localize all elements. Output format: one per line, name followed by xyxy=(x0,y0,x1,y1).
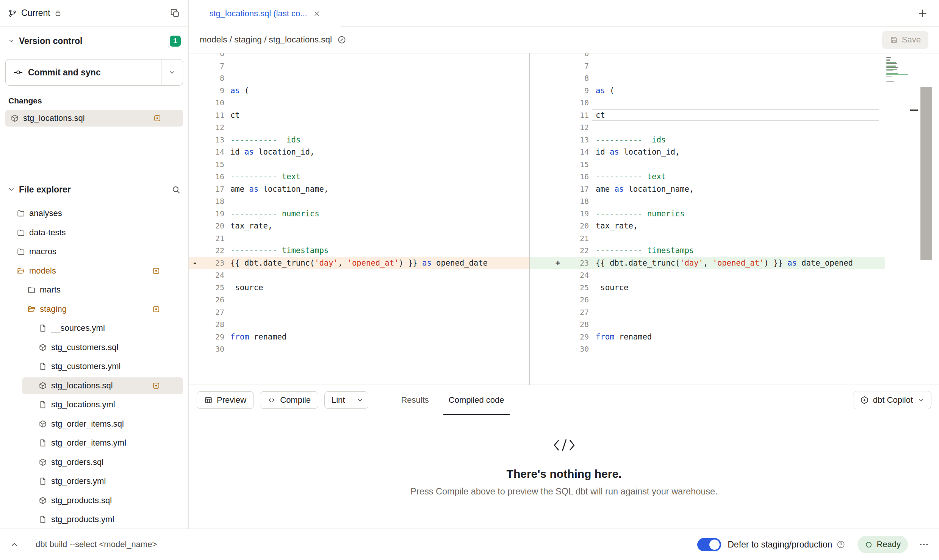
code-line[interactable]: 19---------- numerics xyxy=(530,208,885,220)
code-line[interactable]: 29from renamed xyxy=(189,331,529,343)
code-line[interactable]: 10 xyxy=(189,97,529,109)
branch-selector[interactable]: Current xyxy=(0,0,188,27)
breadcrumb[interactable]: models / staging / stg_locations.sql xyxy=(200,35,332,45)
code-line[interactable]: 25 source xyxy=(530,282,885,294)
lint-button[interactable]: Lint xyxy=(325,392,352,408)
more-options-button[interactable] xyxy=(919,539,929,550)
code-line[interactable]: 16---------- text xyxy=(189,171,529,183)
file-tree-item[interactable]: stg_order_items.yml xyxy=(0,433,188,453)
code-line[interactable]: 13---------- ids xyxy=(189,134,529,146)
code-line[interactable]: 11ct xyxy=(189,109,529,122)
chevron-down-icon[interactable] xyxy=(8,37,15,45)
code-line[interactable]: 7 xyxy=(530,60,885,72)
code-line[interactable]: 12 xyxy=(530,121,885,134)
code-line[interactable]: 17ame as location_name, xyxy=(530,183,885,196)
commit-options-button[interactable] xyxy=(161,59,183,85)
file-tree-item[interactable]: stg_customers.sql xyxy=(0,338,188,357)
code-line[interactable]: 14id as location_id, xyxy=(530,146,885,158)
code-line[interactable]: 19---------- numerics xyxy=(189,208,529,220)
commit-main[interactable]: Commit and sync xyxy=(6,59,161,85)
new-tab-button[interactable] xyxy=(918,8,928,18)
file-tree-item[interactable]: stg_products.yml xyxy=(0,510,188,529)
changed-file-item[interactable]: stg_locations.sql xyxy=(5,110,183,127)
file-explorer-header[interactable]: File explorer xyxy=(0,177,188,202)
file-tree-item[interactable]: analyses xyxy=(0,204,188,223)
code-line[interactable]: 18 xyxy=(530,195,885,208)
code-line[interactable]: 8 xyxy=(189,72,529,84)
file-tree-item[interactable]: models xyxy=(0,261,188,281)
diff-pane-modified[interactable]: 6789as (1011ct1213---------- ids14id as … xyxy=(530,53,885,385)
code-line[interactable]: 10 xyxy=(530,97,885,109)
lint-options-button[interactable] xyxy=(352,392,368,408)
code-line[interactable]: 18 xyxy=(189,195,529,208)
compile-button[interactable]: Compile xyxy=(260,391,318,409)
file-tree-item[interactable]: marts xyxy=(0,280,188,300)
file-tree-item[interactable]: macros xyxy=(0,242,188,261)
file-tree-item[interactable]: stg_orders.sql xyxy=(0,453,188,472)
code-line[interactable]: 29from renamed xyxy=(530,331,885,343)
defer-toggle[interactable] xyxy=(697,538,721,551)
diff-pane-original[interactable]: 6789as (1011ct1213---------- ids14id as … xyxy=(189,53,529,385)
save-button[interactable]: Save xyxy=(882,31,928,49)
code-line[interactable]: 7 xyxy=(189,60,529,72)
code-line[interactable]: 17ame as location_name, xyxy=(189,183,529,196)
chevron-down-icon[interactable] xyxy=(8,186,15,193)
code-line[interactable]: 21 xyxy=(189,232,529,245)
file-tree-item[interactable]: stg_orders.yml xyxy=(0,472,188,491)
code-line[interactable]: 28 xyxy=(189,318,529,331)
code-line[interactable]: 8 xyxy=(530,72,885,84)
code-line[interactable]: 11ct xyxy=(530,109,885,122)
code-line[interactable]: 27 xyxy=(189,306,529,319)
editor-tab[interactable]: stg_locations.sql (last co... xyxy=(189,0,341,27)
code-line[interactable]: 20tax_rate, xyxy=(530,220,885,232)
file-tree-item[interactable]: stg_order_items.sql xyxy=(0,415,188,434)
code-line[interactable]: 24 xyxy=(189,269,529,282)
code-line[interactable]: 6 xyxy=(189,53,529,60)
code-line[interactable]: 24 xyxy=(530,269,885,282)
copy-icon[interactable] xyxy=(170,8,180,18)
version-control-header[interactable]: Version control 1 xyxy=(0,30,188,52)
code-line[interactable]: 14id as location_id, xyxy=(189,146,529,158)
code-line[interactable]: 28 xyxy=(530,318,885,331)
status-badge[interactable]: Ready xyxy=(858,536,908,553)
code-line[interactable]: 26 xyxy=(189,294,529,306)
code-line[interactable]: 6 xyxy=(530,53,885,60)
code-line[interactable]: 15 xyxy=(530,158,885,171)
code-line[interactable]: 12 xyxy=(189,121,529,134)
file-tree-item[interactable]: stg_products.sql xyxy=(0,491,188,510)
command-input[interactable]: dbt build --select <model_name> xyxy=(36,540,157,549)
tab-results[interactable]: Results xyxy=(391,385,438,415)
code-line[interactable]: 9as ( xyxy=(530,84,885,97)
code-line[interactable]: +23{{ dbt.date_trunc('day', 'opened_at')… xyxy=(530,257,885,269)
code-line[interactable]: 22---------- timestamps xyxy=(530,244,885,257)
code-line[interactable]: 27 xyxy=(530,306,885,319)
help-icon[interactable] xyxy=(836,540,845,549)
file-tree-item[interactable]: __sources.yml xyxy=(0,319,188,338)
chevron-up-icon[interactable] xyxy=(10,540,19,549)
vertical-scrollbar[interactable] xyxy=(920,87,932,260)
file-tree-item[interactable]: stg_customers.yml xyxy=(0,357,188,376)
code-line[interactable]: 22---------- timestamps xyxy=(189,244,529,257)
code-line[interactable]: 16---------- text xyxy=(530,171,885,183)
code-line[interactable]: -23{{ dbt.date_trunc('day', 'opened_at')… xyxy=(189,257,529,269)
code-line[interactable]: 20tax_rate, xyxy=(189,220,529,232)
minimap[interactable] xyxy=(885,53,909,175)
file-tree-item[interactable]: stg_locations.yml xyxy=(0,395,188,415)
close-icon[interactable] xyxy=(313,10,321,17)
code-line[interactable]: 30 xyxy=(189,343,529,355)
code-line[interactable]: 25 source xyxy=(189,282,529,294)
file-tree-item[interactable]: staging xyxy=(0,300,188,319)
commit-and-sync-button[interactable]: Commit and sync xyxy=(5,59,183,86)
code-line[interactable]: 9as ( xyxy=(189,84,529,97)
code-line[interactable]: 26 xyxy=(530,294,885,306)
file-link-icon[interactable] xyxy=(337,35,346,44)
preview-button[interactable]: Preview xyxy=(197,391,254,409)
dbt-copilot-button[interactable]: dbt Copilot xyxy=(853,391,931,409)
code-line[interactable]: 30 xyxy=(530,343,885,355)
search-icon[interactable] xyxy=(171,185,181,194)
tab-compiled-code[interactable]: Compiled code xyxy=(439,385,514,415)
file-tree-item[interactable]: data-tests xyxy=(0,223,188,242)
code-line[interactable]: 21 xyxy=(530,232,885,245)
code-line[interactable]: 15 xyxy=(189,158,529,171)
file-tree-item[interactable]: stg_locations.sql xyxy=(0,376,188,396)
